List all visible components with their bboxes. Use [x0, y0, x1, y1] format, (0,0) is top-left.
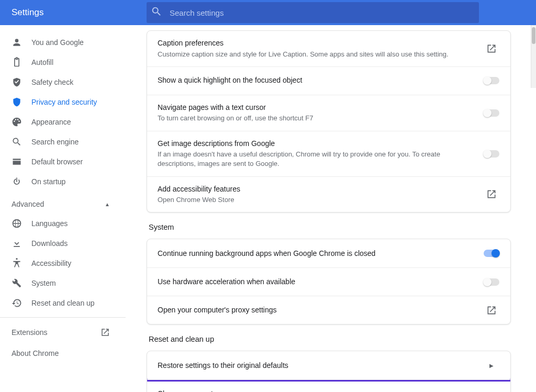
row-subtitle: Customize caption size and style for Liv…: [158, 50, 467, 59]
sidebar-item-label: You and Google: [31, 38, 84, 47]
row-subtitle: If an image doesn't have a useful descri…: [158, 150, 467, 169]
sidebar-item-appearance[interactable]: Appearance: [0, 112, 126, 132]
power-icon: [12, 176, 22, 187]
toggle-focus-highlight[interactable]: [484, 77, 499, 84]
row-restore-defaults[interactable]: Restore settings to their original defau…: [147, 351, 510, 379]
open-in-new-icon: [483, 43, 500, 54]
globe-icon: [12, 218, 22, 229]
row-title: Use hardware acceleration when available: [158, 277, 467, 287]
sidebar-extensions-link[interactable]: Extensions: [0, 322, 126, 343]
accessibility-icon: [12, 258, 22, 268]
sidebar-item-label: Appearance: [31, 118, 71, 126]
about-label: About Chrome: [12, 349, 59, 357]
sidebar-item-safety[interactable]: Safety check: [0, 72, 126, 92]
row-subtitle: To turn caret browsing on or off, use th…: [158, 114, 467, 123]
restore-icon: [12, 298, 22, 308]
sidebar-item-label: Languages: [31, 219, 68, 228]
browser-icon: [12, 156, 22, 167]
sidebar-divider: [0, 317, 126, 318]
reset-card: Restore settings to their original defau…: [147, 351, 511, 392]
row-image-descriptions[interactable]: Get image descriptions from Google If an…: [147, 131, 510, 176]
chevron-right-icon: ▶: [483, 363, 500, 368]
wrench-icon: [12, 278, 22, 288]
row-title: Open your computer's proxy settings: [158, 305, 467, 316]
sidebar-item-label: Default browser: [31, 158, 83, 166]
person-icon: [12, 37, 22, 48]
sidebar-item-label: Downloads: [31, 239, 68, 248]
header-title: Settings: [0, 7, 147, 18]
sidebar-item-downloads[interactable]: Downloads: [0, 233, 126, 253]
sidebar-item-label: Safety check: [31, 78, 73, 86]
outer-scrollbar[interactable]: [531, 25, 536, 88]
toggle-image-descriptions[interactable]: [484, 150, 499, 158]
section-heading-reset: Reset and clean up: [147, 324, 511, 351]
toggle-hw-accel[interactable]: [484, 278, 499, 286]
download-icon: [12, 238, 22, 249]
sidebar-item-startup[interactable]: On startup: [0, 172, 126, 192]
search-icon: [12, 137, 22, 147]
header-bar: Settings: [0, 0, 536, 25]
row-title: Get image descriptions from Google: [158, 139, 467, 149]
sidebar-item-system[interactable]: System: [0, 273, 126, 293]
extensions-label: Extensions: [12, 328, 47, 337]
sidebar-item-autofill[interactable]: Autofill: [0, 52, 126, 72]
sidebar-item-you[interactable]: You and Google: [0, 32, 126, 52]
shield-icon: [12, 97, 22, 107]
toggle-background-apps[interactable]: [484, 250, 499, 257]
row-hw-accel[interactable]: Use hardware acceleration when available: [147, 267, 510, 296]
sidebar-item-label: System: [31, 279, 56, 287]
open-in-new-icon: [100, 328, 110, 337]
sidebar-item-label: Privacy and security: [31, 98, 97, 106]
main-content[interactable]: Caption preferences Customize caption si…: [126, 25, 532, 392]
row-title: Continue running background apps when Go…: [158, 249, 467, 259]
row-title: Clean up computer: [158, 389, 467, 392]
sidebar-item-default-browser[interactable]: Default browser: [0, 152, 126, 172]
row-title: Show a quick highlight on the focused ob…: [158, 75, 467, 86]
sidebar-item-label: Reset and clean up: [31, 299, 95, 307]
sidebar-item-reset[interactable]: Reset and clean up: [0, 293, 126, 313]
toggle-caret-browsing[interactable]: [484, 109, 499, 117]
row-caret-browsing[interactable]: Navigate pages with a text cursor To tur…: [147, 95, 510, 131]
search-input[interactable]: [170, 8, 475, 17]
row-subtitle: Open Chrome Web Store: [158, 195, 467, 205]
open-in-new-icon: [483, 305, 500, 316]
sidebar: You and Google Autofill Safety check Pri…: [0, 25, 126, 392]
row-title: Add accessibility features: [158, 184, 467, 195]
search-icon: [151, 6, 170, 19]
sidebar-item-label: Accessibility: [31, 259, 71, 267]
sidebar-advanced-header[interactable]: Advanced ▲: [0, 195, 126, 214]
row-background-apps[interactable]: Continue running background apps when Go…: [147, 239, 510, 267]
advanced-label: Advanced: [12, 200, 44, 208]
sidebar-item-label: Autofill: [31, 58, 53, 66]
accessibility-card: Caption preferences Customize caption si…: [147, 30, 511, 212]
sidebar-item-languages[interactable]: Languages: [0, 214, 126, 233]
sidebar-item-privacy[interactable]: Privacy and security: [0, 92, 126, 112]
clipboard-icon: [12, 57, 22, 68]
section-heading-system: System: [147, 212, 511, 239]
sidebar-item-search-engine[interactable]: Search engine: [0, 132, 126, 152]
row-cleanup-computer[interactable]: Clean up computer ▶: [147, 379, 510, 392]
shield-check-icon: [12, 77, 22, 87]
system-card: Continue running background apps when Go…: [147, 239, 511, 324]
chevron-up-icon: ▲: [105, 201, 110, 207]
sidebar-item-accessibility[interactable]: Accessibility: [0, 253, 126, 273]
row-add-a11y-features[interactable]: Add accessibility features Open Chrome W…: [147, 176, 510, 212]
sidebar-item-label: On startup: [31, 177, 65, 186]
row-title: Navigate pages with a text cursor: [158, 103, 467, 113]
row-title: Restore settings to their original defau…: [158, 361, 467, 371]
row-title: Caption preferences: [158, 38, 467, 49]
open-in-new-icon: [483, 189, 500, 199]
row-caption-prefs[interactable]: Caption preferences Customize caption si…: [147, 31, 510, 66]
row-focus-highlight[interactable]: Show a quick highlight on the focused ob…: [147, 66, 510, 95]
row-proxy-settings[interactable]: Open your computer's proxy settings: [147, 296, 510, 324]
palette-icon: [12, 117, 22, 127]
search-wrap[interactable]: [147, 2, 479, 23]
sidebar-about-link[interactable]: About Chrome: [0, 343, 126, 364]
sidebar-item-label: Search engine: [31, 138, 79, 146]
